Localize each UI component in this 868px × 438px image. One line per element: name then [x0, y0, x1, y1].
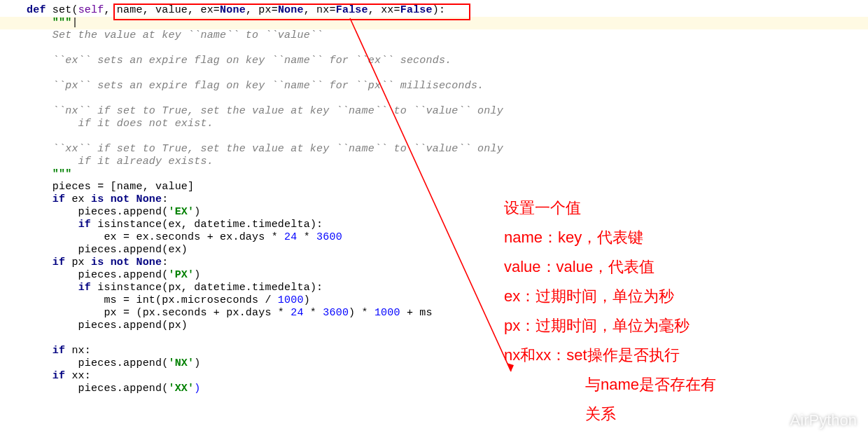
wechat-icon	[766, 413, 785, 428]
num-24: 24	[284, 231, 297, 243]
function-name: set	[52, 4, 72, 16]
docstring-line: ``ex`` sets an expire flag on key ``name…	[27, 55, 451, 67]
string-nx: 'NX'	[168, 357, 194, 369]
paren: )	[194, 269, 200, 281]
plus-ms: + ms	[400, 307, 433, 319]
kw-none: None	[136, 193, 162, 205]
string-px: 'PX'	[168, 269, 194, 281]
code-line: ex = ex.seconds + ex.days *	[27, 231, 284, 243]
expr: nx:	[65, 345, 91, 357]
num-3600: 3600	[323, 307, 349, 319]
annotation-line: 关系	[504, 399, 716, 429]
code-line: pieces = [name, value]	[27, 181, 194, 193]
string-xx: 'XX'	[168, 383, 194, 395]
num-1000: 1000	[278, 294, 304, 306]
kw-if: if	[52, 256, 65, 268]
indent	[27, 345, 52, 357]
docstring-line: ``nx`` if set to True, set the value at …	[27, 105, 503, 117]
keyword-def: def	[27, 4, 52, 16]
kw-if: if	[52, 370, 65, 382]
indent	[27, 370, 52, 382]
docstring-line: ``px`` sets an expire flag on key ``name…	[27, 80, 484, 92]
code-line: px = (px.seconds + px.days *	[27, 307, 290, 319]
code-editor[interactable]: def set(self, name, value, ex=None, px=N…	[27, 4, 503, 395]
caret: |	[71, 17, 78, 29]
annotation-line: ex：过期时间，单位为秒	[504, 282, 716, 311]
triple-quote-close: """	[27, 168, 71, 180]
mul: *	[304, 307, 323, 319]
indent	[27, 256, 52, 268]
docstring-line: Set the value at key ``name`` to ``value…	[27, 29, 323, 41]
mul: *	[297, 231, 316, 243]
annotation-line: nx和xx：set操作是否执行	[504, 341, 716, 370]
code-line: pieces.append(	[27, 269, 168, 281]
colon: :	[162, 256, 168, 268]
kw-if: if	[52, 345, 65, 357]
paren: )	[194, 383, 200, 395]
mul2: ) *	[349, 307, 374, 319]
param-self: self	[78, 4, 104, 16]
indent	[27, 193, 52, 205]
string-ex: 'EX'	[168, 206, 194, 218]
annotation-line: 与name是否存在有	[504, 370, 716, 399]
expr: xx:	[65, 370, 91, 382]
num-24: 24	[290, 307, 303, 319]
kw-is-not: is not	[91, 256, 136, 268]
code-line: pieces.append(	[27, 357, 168, 369]
annotation-highlight-box	[113, 4, 470, 20]
indent	[27, 282, 78, 294]
code-line: ms = int(px.microseconds /	[27, 294, 278, 306]
paren: )	[194, 357, 200, 369]
expr: ex	[65, 193, 91, 205]
kw-if: if	[78, 219, 91, 231]
num-1000b: 1000	[374, 307, 400, 319]
annotation-line: 设置一个值	[504, 193, 716, 223]
expr: px	[65, 256, 91, 268]
paren-open: (	[71, 4, 78, 16]
docstring-line: if it does not exist.	[27, 118, 214, 130]
watermark-text: AirPython	[790, 414, 857, 427]
code-line: pieces.append(ex)	[27, 244, 188, 256]
indent	[27, 219, 78, 231]
code-line: pieces.append(	[27, 206, 168, 218]
kw-none: None	[136, 256, 162, 268]
paren: )	[304, 294, 310, 306]
num-3600: 3600	[316, 231, 342, 243]
docstring-line: ``xx`` if set to True, set the value at …	[27, 143, 503, 155]
paren: )	[194, 206, 200, 218]
annotation-line: value：value，代表值	[504, 252, 716, 282]
colon: :	[162, 193, 168, 205]
docstring-line: if it already exists.	[27, 156, 214, 167]
annotation-line: px：过期时间，单位为毫秒	[504, 311, 716, 341]
code-line: pieces.append(px)	[27, 320, 188, 331]
kw-if: if	[52, 193, 65, 205]
annotation-line: name：key，代表键	[504, 223, 716, 252]
kw-is-not: is not	[91, 193, 136, 205]
triple-quote-open: """	[27, 17, 71, 29]
kw-if: if	[78, 282, 91, 294]
isinstance-px: isinstance(px, datetime.timedelta):	[91, 282, 323, 294]
isinstance-ex: isinstance(ex, datetime.timedelta):	[91, 219, 323, 231]
annotation-block: 设置一个值 name：key，代表键 value：value，代表值 ex：过期…	[504, 193, 716, 429]
watermark: AirPython	[766, 413, 857, 428]
code-line: pieces.append(	[27, 383, 168, 395]
